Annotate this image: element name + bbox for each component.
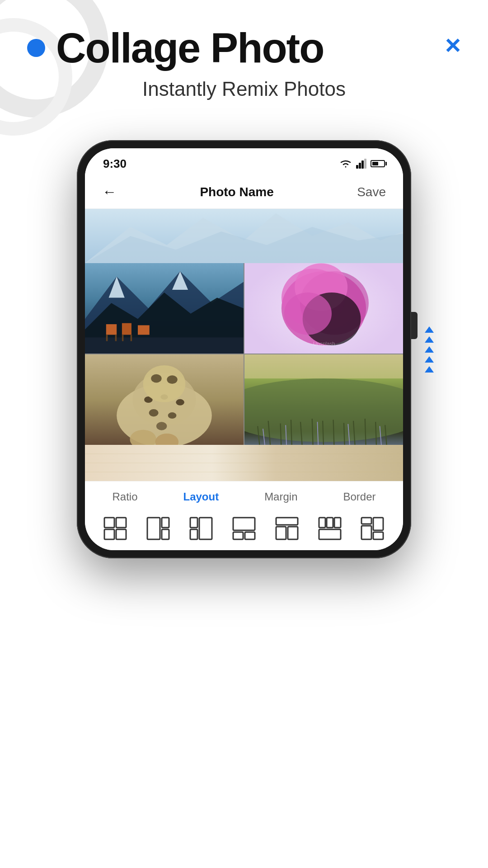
svg-rect-69 [116,518,126,528]
svg-rect-2 [361,160,364,169]
svg-rect-19 [131,335,132,341]
svg-rect-1 [359,163,361,169]
layout-icons-row [85,509,403,550]
status-time: 9:30 [103,157,127,171]
collage-area: Unsplash [85,209,403,481]
svg-point-33 [176,399,184,406]
svg-rect-73 [162,518,169,528]
collage-bottom-image [85,445,403,481]
back-button[interactable]: ← [99,180,120,204]
collage-cell-village [85,263,244,354]
battery-icon [371,160,385,167]
svg-rect-91 [373,532,383,539]
svg-rect-78 [233,518,255,530]
scroll-dot-5 [425,366,434,373]
svg-rect-86 [334,518,341,528]
svg-rect-13 [106,324,117,335]
app-title: Collage Photo [56,27,324,69]
svg-rect-75 [190,518,197,528]
svg-rect-82 [276,527,286,539]
svg-rect-84 [319,518,325,528]
toolbar-tabs: Ratio Layout Margin Border [85,481,403,509]
save-button[interactable]: Save [353,181,389,203]
svg-rect-72 [147,518,160,539]
scroll-dot-3 [425,346,434,353]
status-icons [339,159,385,169]
svg-point-26 [284,292,332,335]
svg-rect-71 [116,529,126,539]
collage-cell-leopard [85,354,244,445]
layout-icon-top-main[interactable] [231,516,257,541]
signal-icon [356,159,367,169]
app-subtitle: Instantly Remix Photos [27,78,461,100]
layout-icon-wide-right[interactable] [274,516,300,541]
collage-cell-grass: Unsplash [244,354,403,445]
blue-dot-icon [27,39,45,57]
svg-point-38 [151,374,161,383]
svg-rect-18 [122,335,124,341]
tab-border[interactable]: Border [336,489,383,505]
svg-point-35 [168,412,177,419]
svg-rect-17 [115,335,117,341]
layout-icon-left-main[interactable] [145,516,171,541]
layout-icon-mosaic[interactable] [360,516,385,541]
mountain-svg [85,209,403,263]
scroll-indicator [425,326,434,373]
phone-mockup: 9:30 [77,140,411,558]
collage-cell-smoke: Unsplash [244,263,403,354]
svg-rect-3 [364,159,366,169]
svg-rect-15 [138,325,150,335]
svg-rect-85 [327,518,333,528]
layout-icon-right-split[interactable] [188,516,214,541]
tab-ratio[interactable]: Ratio [105,489,145,505]
svg-rect-89 [373,518,383,530]
nav-bar: ← Photo Name Save [85,175,403,209]
svg-rect-80 [245,532,255,539]
header: Collage Photo Instantly Remix Photos [0,0,488,109]
scroll-dot-2 [425,336,434,343]
svg-rect-12 [85,337,244,354]
scroll-dot-4 [425,356,434,363]
svg-point-34 [149,409,159,416]
scroll-dot-1 [425,326,434,333]
photo-name-label: Photo Name [200,185,273,199]
app-title-row: Collage Photo [27,27,461,69]
tab-margin[interactable]: Margin [257,489,305,505]
svg-rect-70 [104,529,114,539]
svg-rect-16 [106,335,108,341]
phone-frame: 9:30 [77,140,411,558]
svg-rect-79 [233,532,243,539]
svg-point-37 [143,365,186,402]
status-bar: 9:30 [85,148,403,175]
svg-point-44 [244,378,403,442]
svg-rect-88 [361,518,371,524]
svg-rect-74 [162,529,169,539]
svg-rect-83 [288,527,298,539]
svg-text:Unsplash: Unsplash [313,340,335,346]
svg-rect-14 [122,323,131,335]
svg-rect-0 [356,165,358,169]
layout-icon-3col-top[interactable] [317,516,343,541]
svg-point-36 [156,422,167,430]
svg-rect-81 [276,518,298,525]
close-button[interactable]: × [445,32,461,59]
collage-middle-grid: Unsplash [85,263,403,445]
tab-layout[interactable]: Layout [176,489,226,505]
collage-top-image [85,209,403,263]
svg-rect-90 [361,526,371,539]
phone-screen: 9:30 [85,148,403,550]
svg-rect-43 [244,354,403,378]
side-button [411,312,418,339]
svg-rect-77 [199,518,212,539]
svg-rect-68 [104,518,114,528]
layout-icon-2x2[interactable] [103,516,128,541]
svg-rect-87 [319,529,341,539]
wifi-icon [339,159,352,169]
svg-point-39 [167,375,177,384]
svg-rect-76 [190,529,197,539]
